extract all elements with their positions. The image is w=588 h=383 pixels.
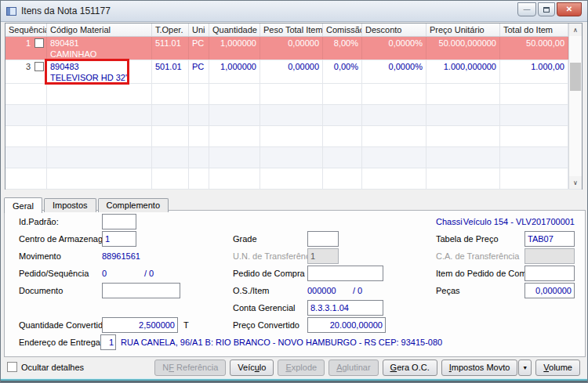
sequence-number: 3	[26, 61, 31, 72]
column-header-uni[interactable]: Uni	[189, 23, 209, 36]
total-item-cell: 50.000,00	[500, 37, 568, 60]
veiculo-button[interactable]: Veículo	[230, 360, 274, 376]
documento-input[interactable]	[102, 283, 180, 298]
scroll-down-arrow-icon[interactable]: ∨	[569, 176, 582, 189]
tabela-preco-input[interactable]	[524, 231, 575, 247]
grid-empty-row	[5, 126, 582, 147]
endereco-entrega-address: RUA CANELA, 96/A1 B: RIO BRANCO - NOVO H…	[121, 334, 442, 350]
grid-empty-row	[5, 168, 582, 190]
explode-button: Explode	[278, 360, 325, 376]
id-padrao-label: Id.Padrão:	[19, 214, 59, 229]
vertical-scrollbar[interactable]: ∧ ∨	[568, 23, 582, 189]
quantidade-convertida-input[interactable]	[102, 317, 178, 333]
pecas-input[interactable]	[524, 283, 575, 298]
desconto-cell: 0,0000%	[362, 37, 426, 60]
quantidade-convertida-unit: T	[183, 317, 189, 333]
tabela-preco-label: Tabela de Preço	[436, 231, 499, 247]
pedido-compra-input[interactable]	[307, 266, 383, 281]
ca-transferencia-input	[524, 248, 575, 264]
footer-bar: Ocultar detalhes NF Referência Veículo E…	[1, 357, 587, 378]
volume-button[interactable]: Volume	[535, 360, 580, 376]
tab-impostos[interactable]: Impostos	[44, 198, 96, 212]
column-header-sequencia[interactable]: Sequência	[5, 23, 47, 36]
grid-row-televisor[interactable]: 3 890483 TELEVISOR HD 32" 501.01 PC 1,00…	[5, 60, 582, 84]
comissao-cell: 0,00%	[323, 60, 362, 83]
column-header-t-oper[interactable]: T.Oper.	[152, 23, 189, 36]
quantidade-cell: 1,000000	[209, 60, 260, 83]
item-pedido-compra-input[interactable]	[524, 266, 575, 281]
column-header-preco-unitario[interactable]: Preço Unitário	[426, 23, 500, 36]
ocultar-detalhes-label: Ocultar detalhes	[21, 363, 84, 372]
column-header-quantidade[interactable]: Quantidade	[209, 23, 260, 36]
tab-geral[interactable]: Geral	[4, 197, 42, 213]
peso-total-cell: 0,00000	[260, 37, 323, 60]
nf-referencia-button: NF Referência	[154, 360, 226, 376]
codigo-material: 890481	[50, 38, 148, 49]
aglutinar-button: Aglutinar	[328, 360, 378, 376]
title-bar: Itens da Nota 151177 — ✕	[1, 1, 587, 22]
sequence-number: 1	[26, 38, 31, 49]
column-header-codigo-material[interactable]: Código Material	[47, 23, 152, 36]
uni-cell: PC	[189, 37, 209, 60]
preco-convertido-input[interactable]	[307, 317, 386, 333]
uni-cell: PC	[189, 60, 209, 83]
maximize-button[interactable]	[538, 2, 555, 16]
scroll-up-arrow-icon[interactable]: ∧	[569, 23, 582, 36]
column-header-desconto[interactable]: Desconto	[362, 23, 426, 36]
t-oper-cell: 501.01	[152, 60, 189, 83]
grid-empty-row	[5, 147, 582, 168]
tab-complemento[interactable]: Complemento	[98, 198, 169, 212]
grid-empty-row	[5, 105, 582, 126]
impostos-movto-dropdown-button[interactable]: ▼	[518, 360, 532, 376]
conta-gerencial-label: Conta Gerencial	[233, 300, 296, 316]
ocultar-detalhes-checkbox[interactable]	[7, 362, 17, 372]
scrollbar-thumb[interactable]	[570, 63, 581, 91]
endereco-entrega-label: Endereço de Entrega	[19, 334, 100, 350]
codigo-material-cell: 890481 CAMINHAO	[47, 37, 152, 60]
pecas-label: Peças	[436, 283, 460, 298]
movimento-label: Movimento	[19, 248, 61, 264]
ca-transferencia-label: C.A. de Transferência	[436, 248, 519, 264]
pedido-sequencia-value: 0	[102, 266, 107, 281]
row-checkbox[interactable]	[34, 38, 44, 48]
row-checkbox[interactable]	[34, 62, 44, 71]
item-pedido-compra-label: Item do Pedido de Compra	[436, 266, 539, 281]
column-header-peso-total-item[interactable]: Peso Total Item	[260, 23, 323, 36]
os-item-label: O.S./Item	[233, 283, 269, 298]
close-button[interactable]: ✕	[557, 2, 582, 16]
grade-label: Grade	[233, 231, 257, 247]
grade-input[interactable]	[307, 231, 339, 247]
documento-label: Documento	[19, 283, 63, 298]
geral-tab-panel: Id.Padrão: Chassi Veículo 154 - VLV20170…	[4, 210, 586, 357]
codigo-material: 890483	[50, 61, 148, 72]
column-header-total-do-item[interactable]: Total do Item	[500, 23, 568, 36]
app-icon	[6, 7, 16, 16]
grid-row-caminhao[interactable]: 1 890481 CAMINHAO 511.01 PC 1,000000 0,0…	[5, 37, 582, 60]
column-header-comissao[interactable]: Comissão	[323, 23, 362, 36]
id-padrao-input[interactable]	[102, 214, 136, 229]
minimize-button[interactable]: —	[517, 2, 536, 16]
preco-unitario-cell: 50.000,000000	[426, 37, 500, 60]
grid-empty-row	[5, 84, 582, 105]
descricao-material: CAMINHAO	[50, 49, 148, 60]
centro-armazenagem-label: Centro de Armazenagem	[19, 231, 114, 247]
pedido-sequencia-value2: / 0	[144, 266, 154, 281]
un-transferencia-label: U.N. de Transferência	[233, 248, 317, 264]
comissao-cell: 8,00%	[323, 37, 362, 60]
total-item-cell: 1.000,00	[500, 60, 568, 83]
quantidade-cell: 1,000000	[209, 37, 260, 60]
preco-unitario-cell: 1.000,000000	[426, 60, 500, 83]
items-grid: Sequência Código Material T.Oper. Uni Qu…	[5, 23, 583, 190]
centro-armazenagem-input[interactable]	[102, 231, 136, 247]
impostos-movto-button[interactable]: Impostos Movto	[441, 360, 518, 376]
pedido-sequencia-label: Pedido/Sequência	[19, 266, 89, 281]
conta-gerencial-input[interactable]	[307, 300, 383, 316]
endereco-entrega-input[interactable]	[100, 334, 116, 350]
quantidade-convertida-label: Quantidade Convertida	[19, 317, 107, 333]
pedido-compra-label: Pedido de Compra	[233, 266, 305, 281]
peso-total-cell: 0,00000	[260, 60, 323, 83]
gera-oc-button[interactable]: Gera O.C.	[383, 360, 437, 376]
t-oper-cell: 511.01	[152, 37, 189, 60]
maximize-icon	[543, 7, 550, 13]
grid-header-row: Sequência Código Material T.Oper. Uni Qu…	[5, 23, 582, 37]
